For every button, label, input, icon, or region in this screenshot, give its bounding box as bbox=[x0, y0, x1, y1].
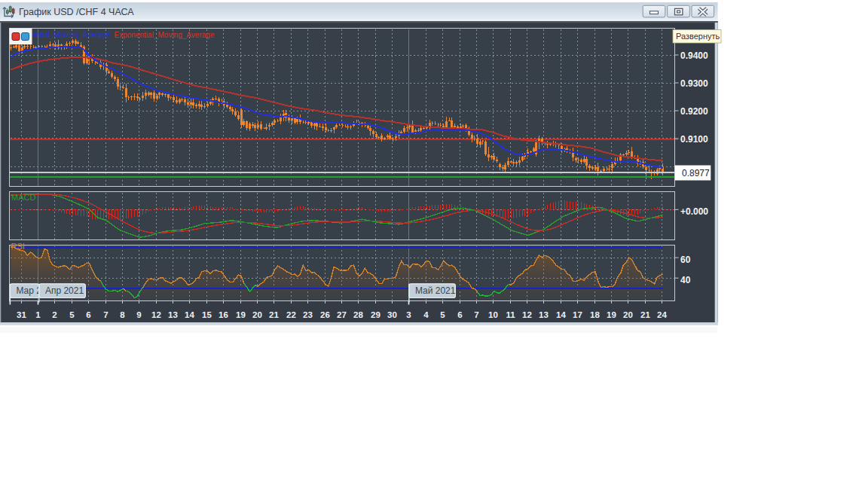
svg-text:10: 10 bbox=[488, 310, 498, 319]
svg-text:29: 29 bbox=[371, 310, 381, 319]
svg-text:20: 20 bbox=[252, 310, 262, 319]
svg-text:26: 26 bbox=[320, 310, 330, 319]
svg-text:+0.000: +0.000 bbox=[680, 206, 708, 217]
svg-text:21: 21 bbox=[640, 310, 650, 319]
svg-text:5: 5 bbox=[440, 310, 445, 319]
svg-text:11: 11 bbox=[506, 310, 515, 319]
svg-text:15: 15 bbox=[202, 310, 212, 319]
svg-text:График USD /CHF 4 ЧАСА: График USD /CHF 4 ЧАСА bbox=[19, 7, 134, 17]
svg-text:ential_Moving_Average: ential_Moving_Average bbox=[32, 30, 111, 39]
svg-text:0.9100: 0.9100 bbox=[680, 134, 708, 145]
svg-text:19: 19 bbox=[607, 310, 616, 319]
svg-text:0.8977: 0.8977 bbox=[682, 168, 710, 178]
svg-text:16: 16 bbox=[219, 310, 228, 319]
svg-text:30: 30 bbox=[387, 310, 397, 319]
svg-text:31: 31 bbox=[17, 310, 26, 319]
svg-text:1: 1 bbox=[35, 310, 41, 319]
svg-text:0.9300: 0.9300 bbox=[680, 78, 708, 89]
svg-text:4: 4 bbox=[423, 310, 429, 319]
svg-text:6: 6 bbox=[86, 310, 90, 319]
svg-text:Май 2021: Май 2021 bbox=[415, 285, 456, 296]
svg-text:24: 24 bbox=[657, 310, 667, 319]
svg-text:7: 7 bbox=[474, 310, 478, 319]
svg-text:0.9400: 0.9400 bbox=[680, 50, 708, 61]
svg-text:Апр 2021: Апр 2021 bbox=[45, 285, 84, 296]
svg-text:19: 19 bbox=[236, 310, 246, 319]
svg-text:14: 14 bbox=[556, 310, 566, 319]
svg-text:60: 60 bbox=[680, 255, 691, 265]
svg-text:2: 2 bbox=[52, 310, 57, 319]
svg-text:9: 9 bbox=[136, 310, 141, 319]
svg-text:20: 20 bbox=[623, 310, 633, 319]
svg-text:12: 12 bbox=[522, 310, 532, 319]
svg-text:7: 7 bbox=[103, 310, 108, 319]
svg-text:40: 40 bbox=[680, 275, 691, 285]
svg-text:Мар 2: Мар 2 bbox=[16, 285, 41, 296]
svg-text:MACD: MACD bbox=[11, 193, 35, 202]
svg-text:27: 27 bbox=[337, 310, 347, 319]
svg-text:13: 13 bbox=[539, 310, 549, 319]
svg-text:Exponential_Moving_Average: Exponential_Moving_Average bbox=[115, 30, 215, 39]
svg-text:8: 8 bbox=[120, 310, 125, 319]
svg-text:17: 17 bbox=[573, 310, 582, 319]
svg-text:0.9200: 0.9200 bbox=[680, 106, 708, 117]
svg-text:22: 22 bbox=[286, 310, 296, 319]
svg-text:14: 14 bbox=[185, 310, 194, 319]
svg-text:13: 13 bbox=[168, 310, 178, 319]
svg-text:Развернуть: Развернуть bbox=[676, 32, 720, 41]
svg-text:6: 6 bbox=[457, 310, 462, 319]
svg-text:3: 3 bbox=[406, 310, 411, 319]
svg-text:28: 28 bbox=[353, 310, 363, 319]
svg-text:18: 18 bbox=[590, 310, 600, 319]
svg-text:RSI: RSI bbox=[11, 242, 25, 251]
svg-text:12: 12 bbox=[151, 310, 161, 319]
svg-text:21: 21 bbox=[269, 310, 279, 319]
svg-text:23: 23 bbox=[303, 310, 313, 319]
svg-text:5: 5 bbox=[69, 310, 75, 319]
